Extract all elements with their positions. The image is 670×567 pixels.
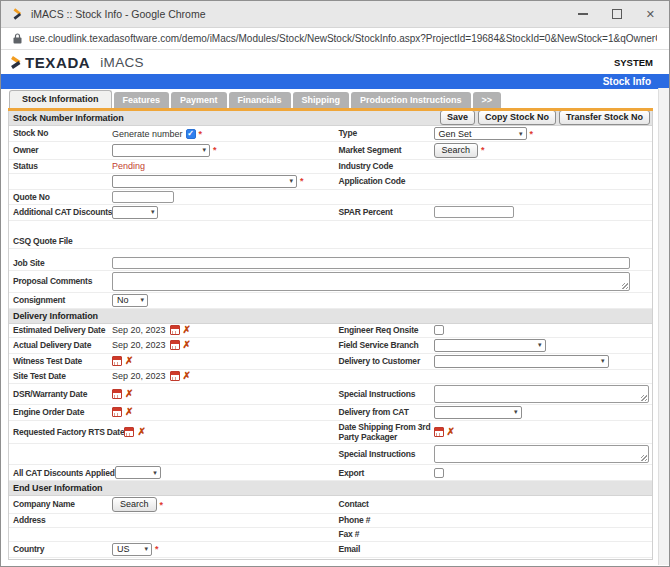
close-button[interactable]: ✕ (646, 9, 655, 20)
form-cell-left: Address (9, 515, 331, 525)
additional-cat-discounts-select[interactable]: ▾ (112, 206, 158, 219)
additional-cat-discounts-label: Additional CAT Discounts (9, 207, 112, 217)
actual-delivery-date-value: Sep 20, 2023 (112, 340, 166, 350)
form-cell-left: All CAT Discounts Applied ▾ (9, 466, 331, 479)
tab-payment[interactable]: Payment (171, 92, 227, 108)
minimize-button[interactable] (578, 13, 588, 15)
address-bar[interactable]: use.cloudlink.texadasoftware.com/demo/iM… (1, 28, 669, 50)
lock-icon (13, 33, 22, 44)
calendar-icon[interactable] (112, 407, 122, 417)
stock-no-checkbox[interactable] (186, 129, 196, 139)
tab-features[interactable]: Features (114, 92, 170, 108)
delivery-to-customer-field: ▾ (434, 355, 609, 368)
calendar-icon[interactable] (170, 340, 180, 350)
calendar-icon[interactable] (170, 325, 180, 335)
calendar-icon[interactable] (124, 427, 134, 437)
delivery-from-cat-select[interactable]: ▾ (434, 406, 522, 419)
clear-date-icon[interactable]: ✗ (183, 325, 191, 335)
estimated-delivery-date-field: Sep 20, 2023✗ (112, 325, 191, 335)
scrollbar[interactable] (658, 88, 669, 565)
company-name-label: Company Name (9, 499, 112, 509)
export-checkbox[interactable] (434, 468, 444, 478)
chevron-down-icon: ▾ (153, 469, 157, 477)
address-label: Address (9, 515, 112, 525)
delivery-to-customer-select-value (439, 356, 442, 366)
spar-percent-field (434, 206, 514, 218)
required-asterisk: * (213, 145, 217, 155)
form-cell-left: Company NameSearch* (9, 497, 331, 512)
app-header: TEXADA iMACS SYSTEM (1, 50, 669, 74)
user-label: SYSTEM (614, 57, 653, 68)
proposal-comments-textarea[interactable] (112, 272, 630, 291)
maximize-button[interactable] (612, 9, 622, 19)
all-cat-discounts-applied-select[interactable]: ▾ (115, 466, 161, 479)
witness-test-date-field: ✗ (112, 356, 133, 366)
owner-label: Owner (9, 145, 112, 155)
type-select[interactable]: Gen Set▾ (434, 127, 527, 140)
form-cell-left: ▾* (9, 175, 331, 188)
form-row: ▾*Application Code (9, 174, 652, 190)
form-row: Company NameSearch*Contact (9, 496, 652, 514)
clear-date-icon[interactable]: ✗ (447, 427, 455, 437)
actual-delivery-date-label: Actual Delivery Date (9, 340, 112, 350)
form-row: Special Instructions (9, 444, 652, 465)
form-row: Estimated Delivery DateSep 20, 2023✗Engi… (9, 324, 652, 338)
tab-financials[interactable]: Financials (229, 92, 291, 108)
engineer-req-onsite-checkbox[interactable] (434, 325, 444, 335)
copy-stock-no-button[interactable]: Copy Stock No (478, 111, 556, 125)
required-asterisk: * (160, 500, 164, 510)
status-status-text: Pending (112, 161, 145, 171)
clear-date-icon[interactable]: ✗ (183, 340, 191, 350)
company-name-search-button[interactable]: Search (112, 497, 157, 512)
form-cell-full: CSQ Quote File (9, 236, 652, 246)
page-title: Stock Info (603, 76, 651, 87)
form-row: Quote No (9, 190, 652, 205)
calendar-icon[interactable] (434, 427, 444, 437)
select-select[interactable]: ▾ (112, 175, 297, 188)
country-select[interactable]: US▾ (112, 543, 152, 556)
clear-date-icon[interactable]: ✗ (183, 371, 191, 381)
special-instructions-textarea[interactable] (434, 385, 649, 403)
tab-shipping[interactable]: Shipping (293, 92, 350, 108)
clear-date-icon[interactable]: ✗ (125, 389, 133, 399)
tab-production-instructions[interactable]: Production Instructions (351, 92, 471, 108)
quote-no-input[interactable] (112, 191, 174, 203)
tab-stock-information[interactable]: Stock Information (9, 90, 112, 108)
clear-date-icon[interactable]: ✗ (125, 407, 133, 417)
save-button[interactable]: Save (440, 111, 475, 125)
spacer (9, 221, 652, 235)
field-service-branch-select[interactable]: ▾ (434, 339, 546, 352)
form-cell-right: Market SegmentSearch* (331, 143, 653, 158)
consignment-select[interactable]: No▾ (112, 294, 148, 307)
calendar-icon[interactable] (112, 356, 122, 366)
form-cell-left: Site Test DateSep 20, 2023✗ (9, 371, 331, 381)
form-cell-full: Proposal Comments (9, 272, 652, 291)
proposal-comments-label: Proposal Comments (9, 276, 112, 286)
delivery-to-customer-select[interactable]: ▾ (434, 355, 609, 368)
spar-percent-input[interactable] (434, 206, 514, 218)
clear-date-icon[interactable]: ✗ (137, 427, 145, 437)
special-instructions-field (434, 445, 649, 463)
job-site-input[interactable] (112, 257, 630, 269)
tab-more[interactable]: >> (473, 92, 502, 108)
form-cell-right: Field Service Branch ▾ (331, 339, 653, 352)
additional-cat-discounts-field: ▾ (112, 206, 158, 219)
customer-type-select[interactable]: Not CAT Dealer▾ (112, 559, 204, 560)
special-instructions-textarea[interactable] (434, 445, 649, 463)
transfer-stock-no-button[interactable]: Transfer Stock No (559, 111, 650, 125)
clear-date-icon[interactable]: ✗ (125, 356, 133, 366)
contact-label: Contact (331, 499, 434, 509)
country-label: Country (9, 544, 112, 554)
chevron-down-icon: ▾ (144, 545, 148, 553)
form-cell-right: Date Shipping From 3rd Party Packager✗ (331, 422, 653, 442)
form-cell-left: Owner ▾* (9, 144, 331, 157)
form-cell-right: Delivery to Customer ▾ (331, 355, 653, 368)
owner-select[interactable]: ▾ (112, 144, 210, 157)
chevron-down-icon: ▾ (140, 296, 144, 304)
field-service-branch-select-value (439, 340, 442, 350)
stock-no-field: Generate number* (112, 129, 202, 139)
calendar-icon[interactable] (112, 389, 122, 399)
phone-label: Phone # (331, 515, 434, 525)
market-segment-search-button[interactable]: Search (434, 143, 479, 158)
calendar-icon[interactable] (170, 371, 180, 381)
